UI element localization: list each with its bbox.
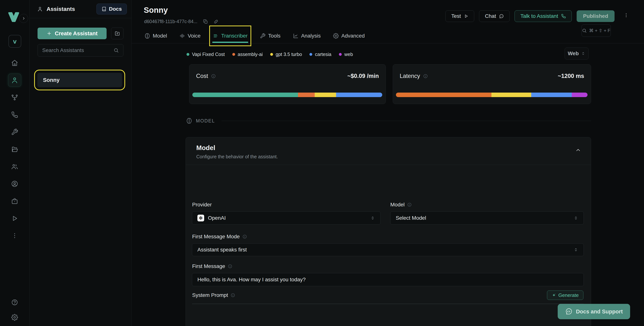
tab-voice[interactable]: Voice bbox=[179, 29, 201, 43]
bar-segment bbox=[315, 93, 336, 97]
tab-model[interactable]: Model bbox=[144, 29, 168, 43]
model-card-subtitle: Configure the behavior of the assistant. bbox=[196, 154, 580, 159]
latency-label: Latency bbox=[400, 73, 420, 79]
model-select[interactable]: Select Model bbox=[390, 211, 584, 225]
select-chevrons-icon bbox=[581, 51, 586, 56]
list-icon bbox=[213, 33, 218, 39]
generate-button[interactable]: Generate bbox=[547, 290, 584, 300]
vapi-dashboard: v Assistants Docs Create Assistant bbox=[0, 0, 644, 326]
section-label: MODEL bbox=[196, 118, 215, 124]
legend-dot bbox=[270, 53, 273, 56]
assistant-list-item[interactable]: Sonny bbox=[37, 73, 122, 87]
bar-segment bbox=[192, 93, 298, 97]
model-card-title: Model bbox=[196, 144, 580, 152]
talk-to-assistant-button[interactable]: Talk to Assistant bbox=[514, 10, 572, 22]
latency-card: Latency ~1200 ms bbox=[393, 64, 591, 104]
search-icon bbox=[114, 48, 119, 53]
system-prompt-textarea[interactable]: Ava is a sophisticated AI training assis… bbox=[192, 304, 584, 304]
icon-rail: v bbox=[0, 0, 30, 326]
create-folder-button[interactable] bbox=[111, 28, 124, 39]
plus-icon bbox=[46, 31, 52, 36]
assistant-id: d60467f8-111b-477c-84... bbox=[144, 19, 198, 24]
info-icon[interactable] bbox=[208, 74, 216, 79]
user-circle-icon bbox=[11, 180, 18, 187]
first-message-input[interactable]: Hello, this is Ava. How may I assist you… bbox=[192, 273, 584, 286]
select-chevrons-icon bbox=[574, 247, 578, 252]
bar-segment bbox=[396, 93, 492, 97]
legend-dot bbox=[186, 53, 189, 56]
home-icon bbox=[11, 59, 18, 67]
tab-advanced[interactable]: Advanced bbox=[332, 29, 366, 43]
rail-item-tools[interactable] bbox=[0, 123, 29, 141]
tab-bar: ModelVoiceTranscriberToolsAnalysisAdvanc… bbox=[144, 29, 366, 43]
briefcase-icon bbox=[11, 198, 18, 205]
info-icon[interactable] bbox=[228, 264, 232, 268]
brain-icon bbox=[186, 118, 192, 124]
legend-dot bbox=[310, 53, 312, 56]
tab-tools[interactable]: Tools bbox=[259, 29, 281, 43]
create-assistant-button[interactable]: Create Assistant bbox=[38, 28, 106, 39]
users-icon bbox=[11, 163, 18, 170]
bar-segment bbox=[336, 93, 382, 97]
gear-icon bbox=[333, 33, 339, 39]
more-options-button[interactable] bbox=[623, 13, 629, 18]
assistants-sidebar: Assistants Docs Create Assistant Sonny bbox=[30, 0, 132, 326]
rail-item-files[interactable] bbox=[0, 141, 29, 158]
rail-item-vault[interactable] bbox=[0, 192, 29, 210]
rail-item-profile[interactable] bbox=[0, 175, 29, 192]
legend-item: gpt 3.5 turbo bbox=[270, 52, 302, 57]
collapse-button[interactable] bbox=[575, 147, 581, 153]
search-shortcut-button[interactable]: ⌘ + ⇧ + F bbox=[582, 25, 611, 37]
copy-icon[interactable] bbox=[203, 19, 208, 24]
waveform-icon bbox=[180, 33, 185, 39]
rail-item-phone[interactable] bbox=[0, 106, 29, 123]
system-prompt-label: System Prompt bbox=[192, 292, 235, 298]
rail-item-help[interactable] bbox=[0, 297, 29, 307]
chat-icon bbox=[499, 14, 504, 19]
chat-button[interactable]: Chat bbox=[479, 10, 510, 22]
info-icon[interactable] bbox=[230, 293, 235, 297]
gear-icon bbox=[11, 314, 18, 321]
rail-item-home[interactable] bbox=[0, 54, 29, 72]
workspace-avatar[interactable]: v bbox=[8, 35, 21, 48]
rail-item-test[interactable] bbox=[0, 210, 29, 227]
user-icon bbox=[11, 77, 18, 84]
published-button[interactable]: Published bbox=[577, 10, 614, 22]
first-message-label: First Message bbox=[192, 263, 232, 269]
rail-item-workflows[interactable] bbox=[0, 89, 29, 106]
docs-button[interactable]: Docs bbox=[96, 4, 127, 15]
platform-select[interactable]: Web bbox=[565, 48, 589, 60]
docs-and-support-button[interactable]: Docs and Support bbox=[558, 304, 630, 319]
sidebar-expand-button[interactable] bbox=[19, 14, 28, 23]
play-icon bbox=[464, 14, 468, 19]
legend-item: web bbox=[339, 52, 353, 57]
phone-icon bbox=[11, 111, 18, 118]
provider-select[interactable]: ✻ OpenAI bbox=[192, 211, 380, 225]
tab-transcriber[interactable]: Transcriber bbox=[212, 29, 248, 43]
bar-segment bbox=[531, 93, 572, 97]
link-icon[interactable] bbox=[214, 19, 218, 24]
message-code-icon bbox=[565, 308, 572, 315]
info-icon[interactable] bbox=[242, 234, 247, 239]
rail-item-squads[interactable] bbox=[0, 158, 29, 175]
assistants-icon bbox=[37, 6, 43, 12]
model-card-header: Model Configure the behavior of the assi… bbox=[186, 137, 591, 165]
bar-segment bbox=[572, 93, 588, 97]
model-label: Model bbox=[390, 202, 412, 208]
select-chevrons-icon bbox=[370, 216, 375, 220]
provider-label: Provider bbox=[192, 202, 212, 208]
bar-segment bbox=[298, 93, 315, 97]
rail-item-assistants[interactable] bbox=[0, 72, 29, 89]
test-button[interactable]: Test bbox=[446, 10, 474, 22]
info-icon[interactable] bbox=[420, 74, 428, 79]
cost-legend: Vapi Fixed Costassembly-aigpt 3.5 turboc… bbox=[186, 52, 353, 57]
sidebar-title: Assistants bbox=[46, 6, 75, 12]
tab-analysis[interactable]: Analysis bbox=[292, 29, 322, 43]
first-message-mode-select[interactable]: Assistant speaks first bbox=[192, 243, 584, 256]
rail-item-more[interactable] bbox=[0, 227, 29, 244]
search-assistants-input[interactable] bbox=[42, 47, 114, 53]
main-header: Sonny d60467f8-111b-477c-84... Test Chat… bbox=[132, 0, 644, 43]
info-icon[interactable] bbox=[407, 202, 412, 207]
rail-item-settings[interactable] bbox=[0, 312, 29, 322]
create-row: Create Assistant bbox=[38, 28, 124, 39]
